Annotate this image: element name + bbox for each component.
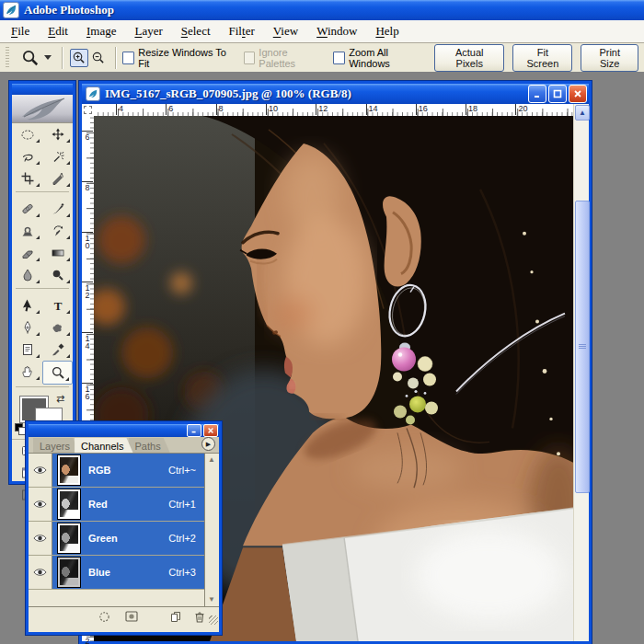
history-brush-tool[interactable] — [42, 220, 73, 242]
palette-scrollbar[interactable]: ▲ ▼ — [204, 454, 219, 606]
checkbox-resize-windows-to-fit[interactable]: Resize Windows To Fit — [122, 47, 229, 69]
checkbox-icon[interactable] — [122, 52, 134, 64]
menu-select[interactable]: Select — [172, 22, 220, 40]
path-selection-tool[interactable] — [12, 294, 42, 316]
menu-edit[interactable]: Edit — [39, 22, 77, 40]
clone-stamp-icon — [20, 224, 35, 238]
crop-tool[interactable] — [12, 167, 42, 190]
gradient-tool[interactable] — [42, 242, 73, 264]
toolbox-titlebar[interactable] — [12, 84, 73, 95]
ruler-label: 4 — [118, 104, 123, 113]
vertical-scrollbar[interactable]: ▲ — [573, 104, 589, 641]
checkbox-label: Ignore Palettes — [259, 47, 319, 69]
tab-layers[interactable]: Layers — [33, 438, 79, 453]
maximize-button[interactable] — [548, 85, 567, 103]
magic-wand-tool[interactable] — [42, 145, 73, 167]
channel-thumbnail — [58, 558, 80, 587]
document-titlebar[interactable]: IMG_5167_sRGB_070905.jpg @ 100% (RGB/8) — [82, 84, 589, 104]
tab-channels[interactable]: Channels — [75, 438, 132, 453]
palette-body: RGBCtrl+~RedCtrl+1GreenCtrl+2BlueCtrl+3 … — [29, 454, 219, 606]
swap-colors-icon[interactable]: ⇄ — [56, 393, 64, 405]
pen-tool[interactable] — [12, 316, 42, 339]
create-new-channel-button[interactable] — [168, 610, 183, 623]
tab-paths[interactable]: Paths — [129, 438, 170, 453]
channel-row-rgb[interactable]: RGBCtrl+~ — [29, 454, 205, 488]
svg-text:T: T — [53, 299, 62, 313]
zoom-tool[interactable] — [42, 361, 73, 385]
channel-visibility-toggle[interactable] — [29, 522, 52, 555]
pen-icon — [20, 320, 35, 335]
move-tool[interactable] — [42, 123, 73, 145]
scrollbar-thumb[interactable] — [575, 201, 590, 493]
eraser-tool[interactable] — [12, 242, 42, 264]
menu-layer[interactable]: Layer — [125, 22, 171, 40]
lasso-tool[interactable] — [12, 145, 42, 167]
scroll-up-button[interactable]: ▲ — [575, 105, 590, 121]
menu-bar: FileEditImageLayerSelectFilterViewWindow… — [0, 20, 644, 43]
options-bar-grip[interactable] — [6, 47, 9, 69]
channel-visibility-toggle[interactable] — [29, 556, 52, 589]
channel-name: RGB — [88, 465, 168, 476]
hand-tool[interactable] — [12, 361, 42, 383]
palette-resize-grip[interactable] — [209, 615, 218, 625]
zoom-in-button[interactable] — [70, 49, 88, 67]
palette-close-button[interactable] — [203, 424, 218, 437]
notes-tool[interactable] — [12, 339, 42, 361]
dodge-tool[interactable] — [42, 264, 73, 286]
channel-selected-area[interactable]: BlueCtrl+3 — [52, 556, 205, 589]
channel-row-red[interactable]: RedCtrl+1 — [29, 488, 205, 522]
menu-window[interactable]: Window — [307, 22, 366, 40]
menu-image[interactable]: Image — [77, 22, 126, 40]
palette-scroll-down-icon[interactable]: ▼ — [207, 595, 216, 604]
slice-tool[interactable] — [42, 167, 73, 190]
delete-channel-button[interactable] — [192, 610, 207, 623]
channel-selected-area[interactable]: RedCtrl+1 — [52, 488, 205, 521]
channel-visibility-toggle[interactable] — [29, 454, 52, 487]
horizontal-ruler[interactable]: 468101214161820 — [94, 104, 574, 117]
checkbox-label: Zoom All Windows — [349, 47, 423, 69]
history-brush-icon — [51, 224, 65, 238]
palette-titlebar[interactable] — [29, 424, 219, 437]
palette-tabs: LayersChannelsPaths▶ — [29, 437, 219, 454]
elliptical-marquee-tool[interactable] — [12, 123, 42, 145]
fit-screen-button[interactable]: Fit Screen — [512, 44, 572, 72]
checkbox-zoom-all-windows[interactable]: Zoom All Windows — [333, 47, 423, 69]
close-button[interactable] — [569, 85, 587, 103]
checkbox-icon[interactable] — [333, 52, 345, 64]
save-selection-as-channel-button[interactable] — [124, 610, 139, 623]
default-colors-icon[interactable] — [15, 423, 26, 433]
menu-filter[interactable]: Filter — [220, 22, 264, 40]
clone-stamp-tool[interactable] — [12, 220, 42, 242]
custom-shape-tool[interactable] — [42, 316, 73, 339]
menu-file[interactable]: File — [2, 22, 39, 40]
palette-minimize-button[interactable] — [187, 424, 201, 437]
eyedropper-tool[interactable] — [42, 339, 73, 361]
feather-icon — [6, 5, 17, 16]
tool-preset-caret-icon[interactable] — [44, 55, 52, 60]
channel-row-green[interactable]: GreenCtrl+2 — [29, 522, 205, 556]
healing-brush-tool[interactable] — [12, 198, 42, 220]
channel-visibility-toggle[interactable] — [29, 488, 52, 521]
brush-tool[interactable] — [42, 198, 73, 220]
move-icon — [51, 127, 65, 142]
print-size-button[interactable]: Print Size — [581, 44, 638, 72]
zoom-out-button[interactable] — [89, 49, 108, 67]
channel-selected-area[interactable]: GreenCtrl+2 — [52, 522, 205, 555]
current-tool-zoom[interactable] — [18, 48, 54, 68]
palette-menu-button[interactable]: ▶ — [201, 437, 215, 451]
minimize-button[interactable] — [528, 85, 546, 103]
channel-selected-area[interactable]: RGBCtrl+~ — [52, 454, 205, 487]
actual-pixels-button[interactable]: Actual Pixels — [434, 44, 504, 72]
ruler-origin-corner[interactable] — [82, 104, 95, 117]
custom-shape-icon — [51, 320, 65, 335]
load-channel-as-selection-button[interactable] — [97, 610, 111, 623]
palette-scroll-up-icon[interactable]: ▲ — [207, 455, 216, 465]
channel-row-blue[interactable]: BlueCtrl+3 — [29, 556, 205, 590]
blur-tool[interactable] — [12, 264, 42, 286]
eye-icon — [33, 466, 47, 475]
menu-view[interactable]: View — [264, 22, 307, 40]
menu-help[interactable]: Help — [366, 22, 408, 40]
channel-name: Blue — [88, 567, 168, 578]
tool-group-separator — [16, 288, 69, 294]
type-tool[interactable]: T — [42, 294, 73, 316]
